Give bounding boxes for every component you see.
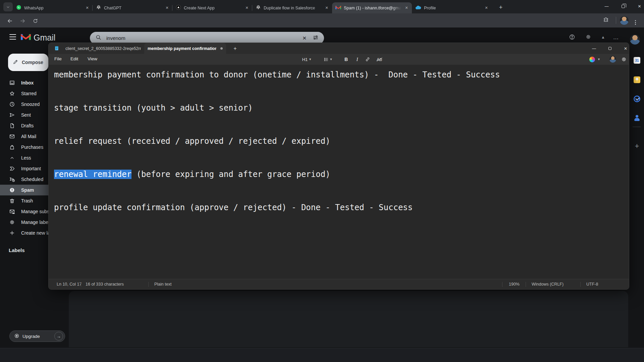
help-icon[interactable]: [569, 34, 575, 42]
chevron-up-icon: [9, 155, 15, 161]
new-tab-button[interactable]: +: [496, 3, 505, 12]
copilot-button[interactable]: ▼: [589, 55, 600, 63]
toolbar-divider: [616, 17, 616, 24]
bold-button[interactable]: B: [341, 55, 351, 63]
browser-menu-icon[interactable]: [635, 16, 636, 25]
clear-search-icon[interactable]: ✕: [302, 35, 307, 41]
editor-line: profile update confirmation (approve / r…: [54, 202, 413, 213]
menu-edit[interactable]: Edit: [70, 56, 78, 61]
browser-tab[interactable]: WhatsApp✕: [13, 2, 93, 13]
selected-text: renewal reminder: [54, 170, 131, 179]
heading-style-dropdown[interactable]: H1▼: [302, 55, 312, 63]
draft-icon: [9, 123, 15, 129]
triangle-icon: ▲: [601, 35, 605, 40]
notepad-window: client_secret_2_60053885332-2reqe52rribm…: [48, 43, 629, 290]
browser-tab[interactable]: Spam (1) - ishann.tforce@gmail✕: [332, 2, 412, 13]
character-count: 16 of 333 characters: [86, 282, 124, 287]
notepad-account-avatar[interactable]: [609, 55, 616, 63]
notepad-minimize-button[interactable]: —: [586, 43, 602, 54]
tab-close-icon[interactable]: ✕: [324, 5, 329, 11]
badge-icon: [14, 333, 19, 340]
sidebar-item-label: Scheduled: [21, 177, 43, 182]
line-ending[interactable]: Windows (CRLF): [532, 282, 564, 287]
apps-menu-icon[interactable]: ⋯: [613, 36, 619, 42]
tab-close-icon[interactable]: ✕: [164, 5, 170, 11]
trash-icon: [9, 198, 15, 204]
notepad-settings-icon[interactable]: [621, 55, 627, 63]
notepad-tab[interactable]: membership payment confirmation: [144, 43, 226, 54]
side-panel-divider: [633, 127, 641, 127]
search-query[interactable]: invenom: [106, 35, 302, 41]
forward-icon[interactable]: [18, 16, 27, 25]
italic-button[interactable]: I: [352, 55, 362, 63]
side-panel-calendar-icon[interactable]: 31: [632, 56, 642, 65]
notepad-status-bar: Ln 10, Col 17 16 of 333 characters Plain…: [49, 279, 629, 289]
labels-heading: Labels: [9, 247, 25, 253]
window-close-button[interactable]: ✕: [632, 0, 644, 13]
side-panel-tasks-icon[interactable]: [632, 94, 642, 104]
window-minimize-button[interactable]: —: [599, 0, 614, 13]
sidebar-item-label: All Mail: [21, 134, 36, 139]
main-menu-icon[interactable]: [9, 34, 16, 40]
sidebar-item-label: Sent: [21, 112, 31, 118]
zoom-level[interactable]: 190%: [509, 282, 520, 287]
windows-taskbar: 78°FMostly sunny Search SC:\_PGPC 4:06 P…: [0, 348, 644, 362]
clock-icon: [9, 101, 15, 107]
gmail-logo: Gmail: [21, 33, 55, 43]
list-style-dropdown[interactable]: ▼: [323, 55, 333, 63]
search-options-icon[interactable]: [313, 35, 319, 42]
notepad-app-icon: [54, 46, 59, 52]
tab-favicon-nextjs: [176, 5, 181, 11]
browser-tab[interactable]: ChatGPT✕: [93, 2, 172, 13]
side-panel-contacts-icon[interactable]: [632, 113, 642, 123]
reload-icon[interactable]: [31, 16, 40, 25]
tab-separator: [172, 5, 172, 11]
menu-view[interactable]: View: [88, 56, 97, 61]
tab-close-icon[interactable]: ✕: [484, 5, 489, 11]
insert-link-button[interactable]: [363, 55, 373, 63]
cursor-position: Ln 10, Col 17: [57, 282, 82, 287]
sidebar-item-label: Manage labels: [21, 220, 52, 225]
back-icon[interactable]: [5, 16, 14, 25]
upgrade-button[interactable]: Upgrade →: [9, 330, 65, 342]
editor-line: membership payment confirmation to donor…: [54, 69, 500, 80]
side-panel-keep-icon[interactable]: [632, 75, 642, 84]
notepad-maximize-button[interactable]: [602, 43, 618, 54]
sidebar-item-label: Purchases: [21, 144, 43, 150]
notepad-menu-bar: FileEditViewH1▼▼BIAb▼: [49, 54, 629, 65]
browser-profile-avatar[interactable]: [620, 16, 629, 26]
clear-formatting-button[interactable]: Ab: [374, 55, 384, 63]
notepad-close-button[interactable]: ✕: [618, 43, 633, 54]
browser-tab[interactable]: Profile✕: [412, 2, 492, 13]
editor-line: relief request (received / approved / re…: [54, 136, 330, 147]
plus-icon: [9, 230, 15, 236]
tab-close-icon[interactable]: ✕: [244, 5, 250, 11]
tab-title: Duplicate flow in Salesforce: [264, 6, 321, 10]
settings-icon[interactable]: [585, 34, 591, 41]
menu-file[interactable]: File: [54, 56, 62, 61]
browser-tab[interactable]: Create Next App✕: [172, 2, 252, 13]
text-editor[interactable]: membership payment confirmation to donor…: [49, 65, 629, 280]
browser-tab[interactable]: Duplicate flow in Salesforce✕: [252, 2, 332, 13]
encoding[interactable]: UTF-8: [586, 282, 598, 287]
window-restore-button[interactable]: [615, 0, 631, 13]
compose-button[interactable]: Compose: [8, 54, 48, 71]
arrow-right-icon[interactable]: →: [54, 332, 63, 341]
search-icon: [95, 34, 102, 42]
star-icon: [9, 90, 15, 97]
tab-separator: [252, 5, 252, 11]
tab-search-caret-button[interactable]: [3, 2, 13, 11]
notepad-new-tab-button[interactable]: +: [231, 45, 239, 52]
tab-title: Create Next App: [184, 6, 241, 10]
pencil-icon: [13, 59, 18, 66]
spam-icon: [9, 187, 15, 193]
tab-favicon-chatgpt: [96, 5, 101, 11]
notepad-tab-title: client_secret_2_60053885332-2reqe52rrib: [65, 46, 141, 51]
side-panel-plus-icon[interactable]: +: [632, 141, 642, 151]
send-icon: [9, 112, 15, 118]
notepad-tab[interactable]: client_secret_2_60053885332-2reqe52rrib: [62, 43, 144, 54]
tab-close-icon[interactable]: ✕: [404, 5, 409, 11]
tab-close-icon[interactable]: ✕: [85, 5, 90, 11]
extensions-icon[interactable]: [603, 17, 609, 24]
tab-favicon-whatsapp: [16, 5, 21, 11]
